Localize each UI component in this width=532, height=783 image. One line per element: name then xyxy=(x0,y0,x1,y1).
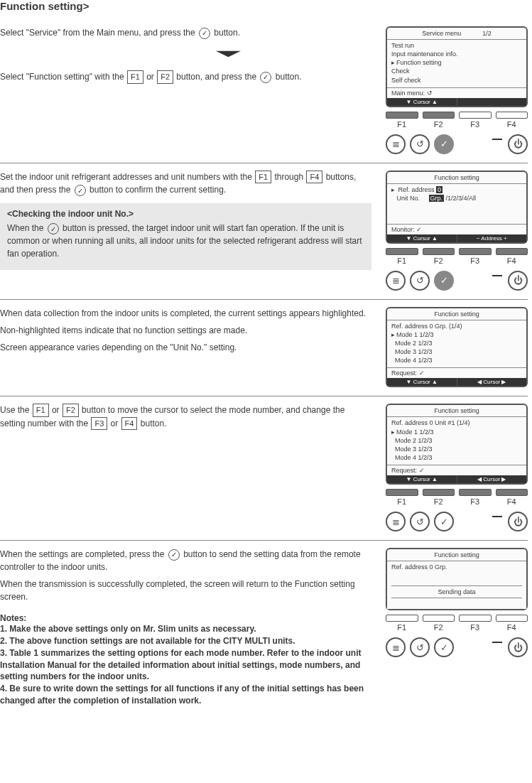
value: /1/2/3/4/All xyxy=(446,195,477,202)
softkey: ▼ Cursor ▲ xyxy=(387,98,457,106)
label: Ref. address xyxy=(398,186,437,193)
section-5: When the settings are completed, press t… xyxy=(0,541,528,721)
f1-button[interactable] xyxy=(386,112,418,119)
power-button[interactable]: ⏻ xyxy=(508,512,528,531)
f4-key: F4 xyxy=(306,171,322,184)
text: Screen appearance varies depending on th… xyxy=(0,341,371,354)
lcd-msg: Sending data xyxy=(391,585,522,598)
text: When the xyxy=(7,223,46,233)
softkey: ▼ Cursor ▲ xyxy=(387,378,457,386)
indicator xyxy=(492,642,502,643)
lcd-screen: Function setting Ref. address 0 Grp. Sen… xyxy=(386,548,528,610)
text: through xyxy=(274,172,305,182)
confirm-button[interactable]: ✓ xyxy=(434,134,454,154)
menu-item: Self check xyxy=(391,76,522,85)
back-button[interactable]: ↺ xyxy=(410,134,430,154)
f2-button[interactable] xyxy=(423,615,455,622)
menu-button[interactable]: ≣ xyxy=(386,271,406,291)
f4-button[interactable] xyxy=(496,112,528,119)
f3-button[interactable] xyxy=(459,248,492,255)
check-icon xyxy=(260,72,271,83)
menu-button[interactable]: ≣ xyxy=(386,134,406,154)
back-button[interactable]: ↺ xyxy=(410,637,430,657)
f4-label: F4 xyxy=(496,120,528,129)
value-selected: 0 xyxy=(436,186,443,193)
f1-button[interactable] xyxy=(386,248,418,255)
label: Unit No. xyxy=(397,195,420,202)
lcd-row: Mode 1 1/2/3 xyxy=(391,330,522,339)
text: button. xyxy=(141,418,167,428)
f1-button[interactable] xyxy=(386,615,418,622)
lcd-row: Mode 2 1/2/3 xyxy=(395,340,433,347)
lcd-row: Ref. address 0 Grp. (1/4) xyxy=(391,322,522,330)
lcd-page: 1/2 xyxy=(482,30,492,37)
f1-label: F1 xyxy=(386,623,418,632)
page-title: Function setting> xyxy=(0,0,528,12)
lcd-row: Ref. address 0 Unit #1 (1/4) xyxy=(391,418,522,427)
text: button is pressed, the target indoor uni… xyxy=(7,223,362,259)
f2-button[interactable] xyxy=(423,112,455,119)
f1-label: F1 xyxy=(386,497,418,506)
power-button[interactable]: ⏻ xyxy=(508,637,528,657)
f2-button[interactable] xyxy=(423,248,455,255)
power-button[interactable]: ⏻ xyxy=(508,271,528,291)
f3-label: F3 xyxy=(459,623,492,632)
confirm-button[interactable]: ✓ xyxy=(434,637,454,657)
section-3: When data collection from the indoor uni… xyxy=(0,300,528,397)
lcd-screen: Function setting Ref. address 0 Grp. (1/… xyxy=(386,307,528,388)
f4-button[interactable] xyxy=(496,615,528,622)
f4-key: F4 xyxy=(121,417,138,431)
f2-button[interactable] xyxy=(423,489,455,496)
value-selected: Grp. xyxy=(429,195,445,202)
info-title: <Checking the indoor unit No.> xyxy=(7,209,364,219)
lcd-title: Service menu xyxy=(422,30,461,37)
text: button to confirm the current setting. xyxy=(89,185,226,195)
f4-label: F4 xyxy=(496,256,528,265)
back-button[interactable]: ↺ xyxy=(410,271,430,291)
menu-button[interactable]: ≣ xyxy=(386,637,406,657)
lcd-hint: Request: ✓ xyxy=(387,465,526,475)
text: When data collection from the indoor uni… xyxy=(0,307,371,320)
f3-button[interactable] xyxy=(459,112,492,119)
text: Select "Service" from the Main menu, and… xyxy=(0,28,197,38)
check-icon xyxy=(168,549,180,561)
f4-button[interactable] xyxy=(496,489,528,496)
note-item: 1. Make the above settings only on Mr. S… xyxy=(0,623,371,635)
lcd-title: Function setting xyxy=(434,407,479,414)
f2-key: F2 xyxy=(157,70,173,84)
lcd-screen: Service menu1/2 Test run Input maintenan… xyxy=(386,26,528,107)
text: When the settings are completed, press t… xyxy=(0,549,167,559)
lcd-hint: Request: ✓ xyxy=(387,367,526,378)
menu-button[interactable]: ≣ xyxy=(386,512,406,531)
lcd-screen: Function setting Ref. address 0 Unit No.… xyxy=(386,171,528,244)
text: or xyxy=(111,418,121,428)
indicator xyxy=(492,275,502,276)
section-2: Set the indoor unit refrigerant addresse… xyxy=(0,163,528,300)
f1-label: F1 xyxy=(386,256,418,265)
back-button[interactable]: ↺ xyxy=(410,512,430,531)
section-4: Use the F1 or F2 button to move the curs… xyxy=(0,396,528,541)
f4-button[interactable] xyxy=(496,248,528,255)
menu-item: Check xyxy=(391,67,522,75)
text: or xyxy=(52,405,62,415)
confirm-button[interactable]: ✓ xyxy=(434,271,454,291)
section-1: Select "Service" from the Main menu, and… xyxy=(0,19,528,163)
f1-button[interactable] xyxy=(386,489,418,496)
f3-button[interactable] xyxy=(459,615,492,622)
text: button. xyxy=(276,72,302,82)
lcd-screen: Function setting Ref. address 0 Unit #1 … xyxy=(386,404,528,485)
note-item: 4. Be sure to write down the settings fo… xyxy=(0,683,371,707)
lcd-row: Mode 4 1/2/3 xyxy=(395,357,433,364)
confirm-button[interactable]: ✓ xyxy=(434,512,454,531)
lcd-row: Ref. address 0 Grp. xyxy=(391,563,522,571)
f3-button[interactable] xyxy=(459,489,492,496)
text: Set the indoor unit refrigerant addresse… xyxy=(0,172,254,182)
f4-label: F4 xyxy=(496,623,528,632)
indicator xyxy=(492,516,502,517)
power-button[interactable]: ⏻ xyxy=(508,134,528,154)
notes-box: Notes: 1. Make the above settings only o… xyxy=(0,608,371,713)
softkey: − Address + xyxy=(457,234,527,242)
f4-label: F4 xyxy=(496,497,528,506)
f1-key: F1 xyxy=(255,171,271,184)
lcd-row: Mode 3 1/2/3 xyxy=(395,446,433,453)
